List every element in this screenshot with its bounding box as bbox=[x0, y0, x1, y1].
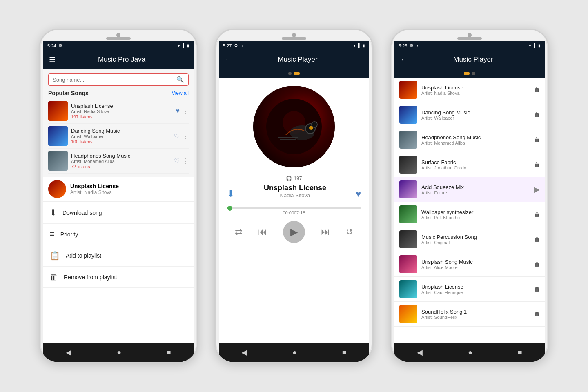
player-song-title: Unsplash License bbox=[264, 184, 326, 192]
back-icon-3[interactable]: ← bbox=[400, 56, 408, 64]
menu-remove-playlist[interactable]: 🗑 Remove from playlist bbox=[43, 267, 194, 288]
pl-artist-2: Artist: Mohamed Aliba bbox=[421, 140, 530, 145]
pl-artist-1: Artist: Wallpaper bbox=[421, 116, 530, 120]
svg-rect-7 bbox=[280, 139, 296, 140]
delete-icon-3[interactable]: 🗑 bbox=[534, 161, 540, 168]
signal-icon-3: ▌ bbox=[534, 43, 537, 48]
repeat-btn[interactable]: ↺ bbox=[346, 227, 353, 237]
back-button-1[interactable]: ◀ bbox=[66, 348, 71, 357]
playlist-content[interactable]: Unsplash License Artist: Nadia Sitova 🗑 … bbox=[394, 78, 545, 343]
battery-icon-1: ▮ bbox=[187, 43, 189, 48]
pl-title-2: Headphones Song Music bbox=[421, 134, 530, 140]
song-info-2: Headphones Song Music Artist: Mohamed Al… bbox=[71, 153, 171, 169]
pl-artist-9: Artist: SoundHelix bbox=[421, 315, 530, 320]
prev-btn[interactable]: ⏮ bbox=[258, 227, 267, 237]
heart-icon-2[interactable]: ♡ bbox=[174, 157, 180, 165]
song-title-1: Dancing Song Music bbox=[71, 128, 171, 134]
more-icon-2[interactable]: ⋮ bbox=[182, 157, 189, 165]
delete-icon-9[interactable]: 🗑 bbox=[534, 311, 540, 317]
pl-title-5: Wallpaper synthesizer bbox=[421, 209, 530, 215]
dot-3-1 bbox=[472, 72, 475, 75]
player-content: 🎧 197 ⬇ Unsplash License Nadia Sitova ♥ bbox=[219, 78, 369, 343]
menu-priority[interactable]: ≡ Priority bbox=[43, 224, 194, 245]
favorite-btn[interactable]: ♥ bbox=[356, 189, 361, 199]
song-item-1[interactable]: Dancing Song Music Artist: Wallpaper 100… bbox=[48, 124, 189, 149]
transport-controls: ⇄ ⏮ ▶ ⏭ ↺ bbox=[227, 221, 361, 243]
add-playlist-icon: 📋 bbox=[50, 251, 60, 261]
home-button-1[interactable]: ● bbox=[117, 348, 121, 357]
player-listen-count: 🎧 197 bbox=[286, 176, 302, 181]
playlist-thumb-0 bbox=[399, 81, 417, 99]
more-icon-0[interactable]: ⋮ bbox=[182, 107, 189, 115]
hamburger-icon-1[interactable]: ☰ bbox=[49, 55, 56, 64]
delete-icon-7[interactable]: 🗑 bbox=[534, 261, 540, 267]
status-bar-1: 5:24 ⚙ ▼ ▌ ▮ bbox=[43, 41, 194, 50]
pl-artist-8: Artist: Caio Henrique bbox=[421, 290, 530, 295]
pl-title-6: Music Percussion Song bbox=[421, 234, 530, 240]
wifi-icon-2: ▼ bbox=[352, 43, 356, 48]
search-bar-1[interactable]: 🔍 bbox=[48, 74, 189, 86]
search-input-1[interactable] bbox=[53, 77, 176, 83]
delete-icon-8[interactable]: 🗑 bbox=[534, 286, 540, 292]
playlist-item-8[interactable]: Unsplash License Artist: Caio Henrique 🗑 bbox=[394, 277, 545, 302]
song-item-0[interactable]: Unsplash License Artist: Nadia Sitova 19… bbox=[48, 99, 189, 124]
delete-icon-2[interactable]: 🗑 bbox=[534, 136, 540, 143]
pl-artist-0: Artist: Nadia Sitova bbox=[421, 91, 530, 96]
back-button-3[interactable]: ◀ bbox=[417, 348, 423, 357]
headphones-icon: 🎧 bbox=[286, 176, 292, 181]
back-button-2[interactable]: ◀ bbox=[241, 348, 247, 357]
progress-container[interactable] bbox=[227, 207, 361, 209]
signal-icon-1: ▌ bbox=[183, 43, 185, 48]
recent-button-3[interactable]: ■ bbox=[518, 348, 522, 357]
menu-add-playlist[interactable]: 📋 Add to playlist bbox=[43, 245, 194, 267]
time-row: 00:00 07:18 bbox=[283, 210, 305, 215]
playlist-item-2[interactable]: Headphones Song Music Artist: Mohamed Al… bbox=[394, 127, 545, 152]
search-icon-1[interactable]: 🔍 bbox=[176, 76, 184, 83]
download-btn[interactable]: ⬇ bbox=[227, 189, 234, 199]
home-button-3[interactable]: ● bbox=[468, 348, 472, 357]
back-icon-2[interactable]: ← bbox=[225, 56, 232, 64]
playlist-item-4[interactable]: Acid Squeeze Mix Artist: Future ▶ bbox=[394, 177, 545, 202]
next-btn[interactable]: ⏭ bbox=[321, 227, 330, 237]
popular-songs-section: Popular Songs View all Unsplash License … bbox=[43, 90, 194, 177]
shuffle-btn[interactable]: ⇄ bbox=[235, 227, 242, 237]
playlist-item-6[interactable]: Music Percussion Song Artist: Original 🗑 bbox=[394, 227, 545, 252]
delete-icon-0[interactable]: 🗑 bbox=[534, 87, 540, 93]
heart-icon-1[interactable]: ♡ bbox=[174, 132, 180, 140]
song-artist-0: Artist: Nadia Sitova bbox=[71, 109, 173, 114]
menu-download[interactable]: ⬇ Download song bbox=[43, 202, 194, 224]
play-icon-4[interactable]: ▶ bbox=[534, 185, 540, 194]
recent-button-1[interactable]: ■ bbox=[167, 348, 171, 357]
recent-button-2[interactable]: ■ bbox=[342, 348, 347, 357]
playlist-item-0[interactable]: Unsplash License Artist: Nadia Sitova 🗑 bbox=[394, 78, 545, 102]
delete-icon-6[interactable]: 🗑 bbox=[534, 236, 540, 243]
song-item-2[interactable]: Headphones Song Music Artist: Mohamed Al… bbox=[48, 149, 189, 174]
play-btn[interactable]: ▶ bbox=[283, 221, 305, 243]
playlist-item-9[interactable]: SoundHelix Song 1 Artist: SoundHelix 🗑 bbox=[394, 302, 545, 327]
more-icon-1[interactable]: ⋮ bbox=[182, 132, 189, 140]
popular-title: Popular Songs bbox=[48, 90, 89, 96]
add-playlist-label: Add to playlist bbox=[66, 252, 101, 259]
dot-2-0 bbox=[288, 72, 292, 75]
app-bar-2: ← Music Player bbox=[219, 50, 369, 69]
playlist-item-1[interactable]: Dancing Song Music Artist: Wallpaper 🗑 bbox=[394, 102, 545, 127]
player-artist: Nadia Sitova bbox=[264, 192, 326, 198]
screen-2: 5:27 ⚙ ♪ ▼ ▌ ▮ ← Music Player bbox=[219, 41, 369, 343]
delete-icon-5[interactable]: 🗑 bbox=[534, 211, 540, 218]
pl-artist-4: Artist: Future bbox=[421, 190, 530, 195]
playlist-item-3[interactable]: Surface Fabric Artist: Jonathan Grado 🗑 bbox=[394, 152, 545, 177]
nav-bar-2: ◀ ● ■ bbox=[219, 343, 369, 362]
heart-icon-0[interactable]: ♥ bbox=[176, 107, 180, 115]
phone-top-2 bbox=[216, 30, 372, 41]
page-dots-3 bbox=[394, 69, 545, 78]
settings-icon-1: ⚙ bbox=[58, 43, 62, 48]
view-all-link[interactable]: View all bbox=[172, 90, 189, 96]
screen-3: 5:25 ⚙ ♪ ▼ ▌ ▮ ← Music Player bbox=[394, 41, 545, 343]
playlist-item-5[interactable]: Wallpaper synthesizer Artist: Puk Khanth… bbox=[394, 202, 545, 227]
playlist-item-7[interactable]: Unsplash Song Music Artist: Alice Moore … bbox=[394, 252, 545, 277]
progress-knob bbox=[227, 206, 232, 211]
song-listens-0: 197 listens bbox=[71, 114, 173, 119]
home-button-2[interactable]: ● bbox=[292, 348, 297, 357]
delete-icon-1[interactable]: 🗑 bbox=[534, 111, 540, 118]
battery-icon-2: ▮ bbox=[363, 43, 365, 48]
